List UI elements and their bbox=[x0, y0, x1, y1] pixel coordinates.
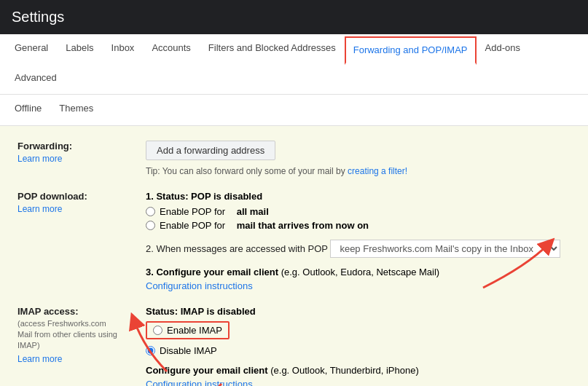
forwarding-tip: Tip: You can also forward only some of y… bbox=[146, 166, 571, 176]
add-forwarding-address-button[interactable]: Add a forwarding address bbox=[146, 141, 275, 160]
imap-learn-more[interactable]: Learn more bbox=[17, 354, 134, 364]
forwarding-section: Forwarding: Learn more Add a forwarding … bbox=[17, 141, 571, 176]
imap-configure-label: Configure your email client (e.g. Outloo… bbox=[146, 365, 571, 376]
tab-labels[interactable]: Labels bbox=[57, 34, 102, 64]
imap-enable-label: Enable IMAP bbox=[167, 325, 222, 336]
forwarding-content: Add a forwarding address Tip: You can al… bbox=[146, 141, 571, 176]
creating-filter-link[interactable]: creating a filter! bbox=[348, 166, 407, 176]
settings-header: Settings bbox=[0, 0, 588, 34]
tab-offline[interactable]: Offline bbox=[6, 95, 50, 125]
pop-learn-more[interactable]: Learn more bbox=[17, 204, 134, 214]
pop-title: POP download: bbox=[17, 191, 87, 202]
tab-inbox[interactable]: Inbox bbox=[103, 34, 144, 64]
forwarding-learn-more[interactable]: Learn more bbox=[17, 154, 134, 164]
arrow-from-imap bbox=[130, 313, 174, 371]
imap-content: Status: IMAP is disabled Enable IMAP Dis… bbox=[146, 306, 571, 386]
imap-status-text: Status: IMAP is disabled bbox=[146, 306, 571, 317]
nav-tabs-row2: Offline Themes bbox=[0, 95, 588, 125]
pop-option2-row: Enable POP for mail that arrives from no… bbox=[146, 220, 571, 231]
forwarding-label-col: Forwarding: Learn more bbox=[17, 141, 134, 176]
pop-status: 1. Status: POP is disabled bbox=[146, 191, 571, 202]
arrow-to-save bbox=[178, 384, 236, 386]
imap-label-col: IMAP access: (access Freshworks.com Mail… bbox=[17, 306, 134, 386]
imap-title: IMAP access: bbox=[17, 306, 79, 317]
tab-filters[interactable]: Filters and Blocked Addresses bbox=[200, 34, 345, 64]
imap-sub-label: (access Freshworks.com Mail from other c… bbox=[17, 318, 134, 352]
settings-content: Forwarding: Learn more Add a forwarding … bbox=[0, 126, 588, 386]
pop-new-mail-radio[interactable] bbox=[146, 221, 155, 230]
pop-all-mail-radio[interactable] bbox=[146, 207, 155, 216]
imap-disable-row: Disable IMAP bbox=[146, 345, 571, 356]
arrow-to-tab bbox=[469, 237, 556, 295]
pop-label-col: POP download: Learn more bbox=[17, 191, 134, 291]
imap-enable-row: Enable IMAP bbox=[146, 321, 571, 342]
header-title: Settings bbox=[12, 9, 64, 25]
pop-option1-row: Enable POP for all mail bbox=[146, 206, 571, 217]
forwarding-title: Forwarding: bbox=[17, 141, 72, 151]
imap-section: IMAP access: (access Freshworks.com Mail… bbox=[17, 306, 571, 386]
tab-addons[interactable]: Add-ons bbox=[477, 34, 529, 64]
tab-accounts[interactable]: Accounts bbox=[143, 34, 199, 64]
tab-forwarding[interactable]: Forwarding and POP/IMAP bbox=[345, 36, 477, 65]
tab-general[interactable]: General bbox=[6, 34, 57, 64]
tab-advanced[interactable]: Advanced bbox=[6, 64, 66, 94]
nav-tabs-row1: General Labels Inbox Accounts Filters an… bbox=[0, 34, 588, 95]
tab-themes[interactable]: Themes bbox=[50, 95, 102, 125]
